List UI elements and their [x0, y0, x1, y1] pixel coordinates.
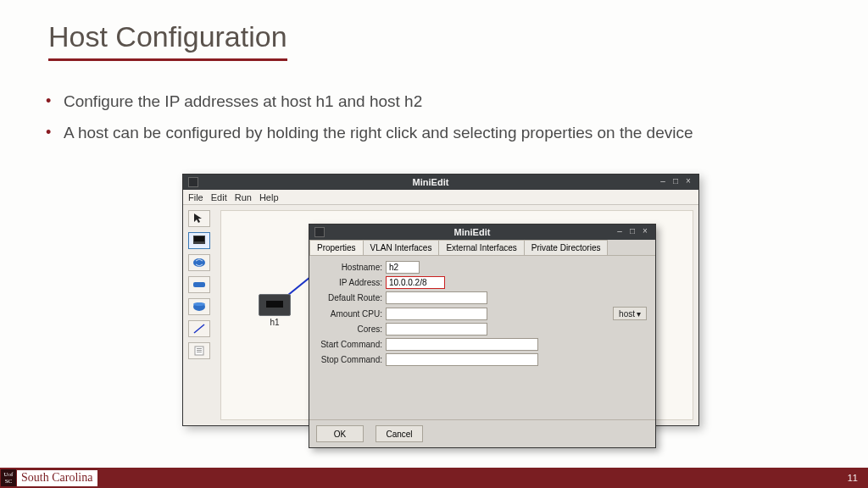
tab-vlan[interactable]: VLAN Interfaces — [363, 240, 440, 255]
bullet-2: A host can be configured by holding the … — [42, 121, 814, 146]
tool-legacy-switch[interactable] — [188, 276, 210, 293]
amount-cpu-field[interactable] — [386, 308, 487, 320]
svg-rect-8 — [197, 348, 202, 349]
host-icon — [259, 294, 291, 316]
label-cpu: Amount CPU: — [318, 309, 386, 319]
tab-properties[interactable]: Properties — [309, 240, 364, 255]
tool-controller[interactable] — [188, 342, 210, 359]
svg-rect-3 — [193, 282, 205, 287]
menu-help[interactable]: Help — [259, 192, 279, 202]
properties-dialog: MiniEdit – □ × Properties VLAN Interface… — [309, 224, 656, 448]
label-hostname: Hostname: — [318, 263, 386, 272]
minimize-icon[interactable]: – — [658, 177, 668, 187]
stop-command-field[interactable] — [386, 353, 538, 366]
node-label-h1: h1 — [259, 318, 291, 327]
page-number: 11 — [848, 473, 858, 483]
svg-point-2 — [193, 258, 205, 267]
svg-rect-9 — [197, 350, 202, 351]
cpu-scheduler-button[interactable]: host▾ — [613, 307, 647, 320]
bullet-list: Configure the IP addresses at host h1 an… — [42, 90, 814, 152]
chevron-down-icon: ▾ — [637, 309, 641, 319]
tool-router[interactable] — [188, 298, 210, 315]
app-icon-dialog — [314, 227, 325, 237]
dialog-title: MiniEdit — [330, 227, 615, 237]
menu-edit[interactable]: Edit — [211, 192, 227, 202]
label-stop: Stop Command: — [318, 355, 386, 364]
label-start: Start Command: — [318, 340, 386, 349]
tool-host[interactable] — [188, 232, 210, 249]
menu-run[interactable]: Run — [235, 192, 252, 202]
maximize-icon[interactable]: □ — [627, 227, 637, 237]
label-ip: IP Address: — [318, 278, 386, 287]
tool-palette — [188, 210, 212, 359]
label-route: Default Route: — [318, 293, 386, 302]
slide-title: Host Configuration — [48, 20, 287, 61]
node-h1[interactable]: h1 — [259, 294, 291, 327]
usc-wordmark: South Carolina — [17, 470, 97, 486]
window-title: MiniEdit — [203, 177, 658, 187]
svg-rect-1 — [194, 236, 204, 241]
label-cores: Cores: — [318, 324, 386, 334]
close-icon[interactable]: × — [640, 227, 650, 237]
tool-switch[interactable] — [188, 254, 210, 271]
titlebar-main[interactable]: MiniEdit – □ × — [183, 175, 698, 190]
start-command-field[interactable] — [386, 338, 538, 351]
menu-file[interactable]: File — [188, 192, 203, 202]
properties-form: Hostname: IP Address: Default Route: Amo… — [309, 256, 655, 419]
cancel-button[interactable]: Cancel — [376, 425, 423, 442]
maximize-icon[interactable]: □ — [670, 177, 681, 187]
bullet-1: Configure the IP addresses at host h1 an… — [42, 90, 814, 114]
menu-bar: File Edit Run Help — [183, 190, 698, 205]
tab-external[interactable]: External Interfaces — [438, 240, 524, 255]
svg-point-5 — [193, 302, 205, 306]
titlebar-dialog[interactable]: MiniEdit – □ × — [309, 225, 655, 240]
tool-select[interactable] — [188, 210, 210, 227]
svg-rect-10 — [197, 352, 202, 352]
default-route-field[interactable] — [386, 291, 487, 304]
ok-button[interactable]: OK — [316, 425, 364, 442]
usc-mark-icon: UofSC — [1, 469, 16, 486]
tool-link[interactable] — [188, 320, 210, 337]
minimize-icon[interactable]: – — [615, 227, 625, 237]
svg-rect-11 — [266, 301, 283, 308]
svg-line-6 — [194, 324, 204, 333]
slide-footer: UofSC South Carolina 11 — [0, 468, 868, 488]
hostname-field[interactable] — [386, 261, 420, 274]
tab-private[interactable]: Private Directories — [524, 240, 609, 255]
app-icon — [188, 177, 198, 187]
cores-field[interactable] — [386, 323, 487, 336]
dialog-tabs: Properties VLAN Interfaces External Inte… — [309, 240, 655, 256]
ip-address-field[interactable] — [386, 276, 445, 289]
close-icon[interactable]: × — [683, 177, 693, 187]
